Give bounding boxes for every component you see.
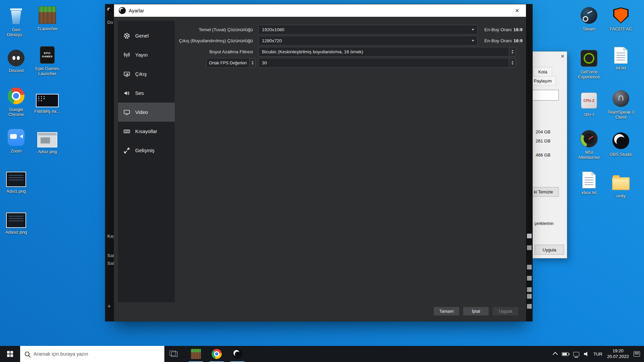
desktop-icon-unity[interactable]: unity <box>605 173 637 198</box>
sidebar-item-gelismis[interactable]: Gelişmiş <box>118 141 175 160</box>
tlauncher-icon <box>191 349 201 359</box>
desktop-icon-adasiz-png[interactable]: Adasiz.png <box>0 213 32 235</box>
search-icon <box>25 352 30 356</box>
start-button[interactable] <box>0 346 20 362</box>
video-settings-panel: Temel (Tuval) Çözünürlüğü 644x362 En-B… <box>175 17 526 69</box>
volume-icon[interactable] <box>584 352 589 356</box>
obs-settings-dialog: Ayarlar ✕ Genel Yayın Çıkış Ses Video Kı… <box>114 4 526 321</box>
desktop-icon-steam[interactable]: Steam <box>573 6 605 32</box>
downscale-filter-combobox[interactable]: Bicubic (Keskinleştirilmiş boyutlandırma… <box>258 47 516 57</box>
tools-icon <box>123 147 131 154</box>
desktop-icon-cpu-z[interactable]: CPU-Z cpu-z <box>573 91 605 117</box>
image-thumbnail-icon <box>6 172 26 187</box>
language-indicator[interactable]: TUR <box>593 352 602 357</box>
clock[interactable]: 19:20 20.07.2022 <box>607 348 629 360</box>
action-center-icon[interactable] <box>634 351 640 357</box>
image-thumbnail-icon <box>36 94 59 107</box>
msi-afterburner-icon <box>580 130 598 147</box>
desktop-icon-recycle-bin[interactable]: Geri Dönüşü... <box>0 7 32 38</box>
drive-label-input[interactable] <box>533 90 559 101</box>
search-input[interactable] <box>33 346 164 362</box>
desktop-icon-faceit-ac[interactable]: FACEIT AC <box>605 6 637 32</box>
spinner-arrows-icon[interactable] <box>509 47 516 56</box>
battery-icon[interactable] <box>562 352 569 356</box>
obs-icon <box>232 349 243 359</box>
desktop-icon-fw08-image[interactable]: FW08Rj-Xk... <box>31 94 63 114</box>
image-thumbnail-icon <box>6 213 26 228</box>
spinner-arrows-icon[interactable] <box>509 58 516 67</box>
disk-cleanup-button[interactable]: ki Temizle <box>533 187 559 197</box>
desktop-icon-adsiz-png[interactable]: Adsiz.png <box>31 132 63 154</box>
clock-date: 20.07.2022 <box>607 354 629 360</box>
broadcast-antenna-icon <box>123 51 131 59</box>
fps-value-combobox[interactable]: 30 <box>258 58 516 68</box>
close-icon[interactable]: ✕ <box>560 54 565 59</box>
apply-button[interactable]: Uygula <box>535 245 564 255</box>
desktop-icon-lol-txt[interactable]: lol.txt <box>605 47 637 70</box>
menu-fragment: Do <box>107 20 113 25</box>
desktop-icon-google-chrome[interactable]: Google Chrome <box>0 86 32 117</box>
scene-fragment[interactable]: Sah <box>107 253 114 258</box>
desktop-icon-adsi1-png[interactable]: Adsi1.png <box>0 172 32 194</box>
base-resolution-combobox[interactable]: 644x362 <box>258 25 478 35</box>
folder-icon <box>612 177 630 190</box>
teamspeak-icon: ∩ <box>612 90 629 107</box>
close-icon[interactable]: ✕ <box>513 7 521 14</box>
sidebar-item-genel[interactable]: Genel <box>118 26 175 45</box>
desktop-icon-zoom[interactable]: Zoom <box>0 128 32 154</box>
sidebar-item-yayin[interactable]: Yayın <box>118 45 175 64</box>
desktop-icon-geforce-experience[interactable]: GeForce Experience <box>573 49 605 80</box>
recycle-bin-icon <box>7 7 25 25</box>
taskbar-app-chrome[interactable] <box>207 346 226 362</box>
network-icon[interactable] <box>573 352 579 356</box>
text-document-icon <box>582 172 596 188</box>
geforce-icon <box>581 50 597 67</box>
sidebar-item-kisayollar[interactable]: Kısayollar <box>118 122 175 141</box>
fps-type-combobox[interactable]: Ortak FPS Değerleri <box>206 58 256 68</box>
spinner-arrows-icon[interactable] <box>249 58 255 67</box>
obs-icon <box>612 132 629 149</box>
cancel-button[interactable]: İptal <box>463 307 489 316</box>
desktop-icon-epic-games[interactable]: EPIC GAMES Epic Games Launcher <box>31 46 63 76</box>
desktop-icon-msi-afterburner[interactable]: MSI Afterburner <box>573 129 605 160</box>
sidebar-item-video[interactable]: Video <box>118 103 175 122</box>
cpu-z-icon: CPU-Z <box>581 93 597 109</box>
tray-expand-icon[interactable] <box>553 352 558 357</box>
button-fragment <box>527 245 532 250</box>
ok-button[interactable]: Tamam <box>433 307 460 316</box>
sidebar-item-ses[interactable]: Ses <box>118 83 175 103</box>
dialog-footer: Tamam İptal Uygula <box>433 307 519 316</box>
settings-titlebar[interactable]: Ayarlar ✕ <box>114 4 526 17</box>
zoom-icon <box>8 129 24 146</box>
apply-button[interactable]: Uygula <box>492 307 519 316</box>
task-view-button[interactable] <box>166 346 182 362</box>
chevron-down-icon <box>472 40 477 42</box>
output-icon <box>123 70 131 78</box>
keyboard-icon <box>123 128 131 135</box>
desktop-icon-teamspeak[interactable]: ∩ TeamSpeak 3 Client <box>605 89 637 120</box>
settings-sidebar: Genel Yayın Çıkış Ses Video Kısayollar G… <box>118 21 175 302</box>
desktop-icon-obs-studio[interactable]: OBS Studio <box>605 131 637 157</box>
scene-fragment[interactable]: Sah <box>107 261 114 266</box>
taskbar-search[interactable] <box>20 346 164 362</box>
button-fragment <box>527 234 532 238</box>
sidebar-item-cikis[interactable]: Çıkış <box>118 64 175 83</box>
add-scene-button[interactable]: + <box>107 303 111 310</box>
output-resolution-combobox[interactable]: 1280x720 <box>258 36 478 46</box>
desktop-icon-tlauncher[interactable]: TLauncher <box>31 6 63 31</box>
dock-fragment: Kay <box>107 234 114 239</box>
output-resolution-label: Çıkış (Boyutlandırılmış) Çözünürlüğü <box>175 38 256 43</box>
obs-icon <box>107 7 112 12</box>
gear-icon <box>123 32 131 40</box>
tab-kota[interactable]: Kota <box>533 67 552 76</box>
tab-paylasim[interactable]: Paylaşım <box>533 76 556 85</box>
drive-properties-window: ✕ Kota Paylaşım 204 GB 261 GB 466 GB ki … <box>533 51 567 258</box>
clock-time: 19:20 <box>607 348 629 354</box>
desktop-icon-xbox-txt[interactable]: xbox.txt <box>573 172 605 195</box>
taskbar-app-obs[interactable] <box>228 346 247 362</box>
free-space-value: 261 GB <box>536 138 550 143</box>
desktop-icon-discord[interactable]: Discord <box>0 50 32 73</box>
taskbar-app-tlauncher[interactable] <box>186 346 205 362</box>
text-document-icon <box>614 47 628 64</box>
button-fragment <box>527 265 532 269</box>
